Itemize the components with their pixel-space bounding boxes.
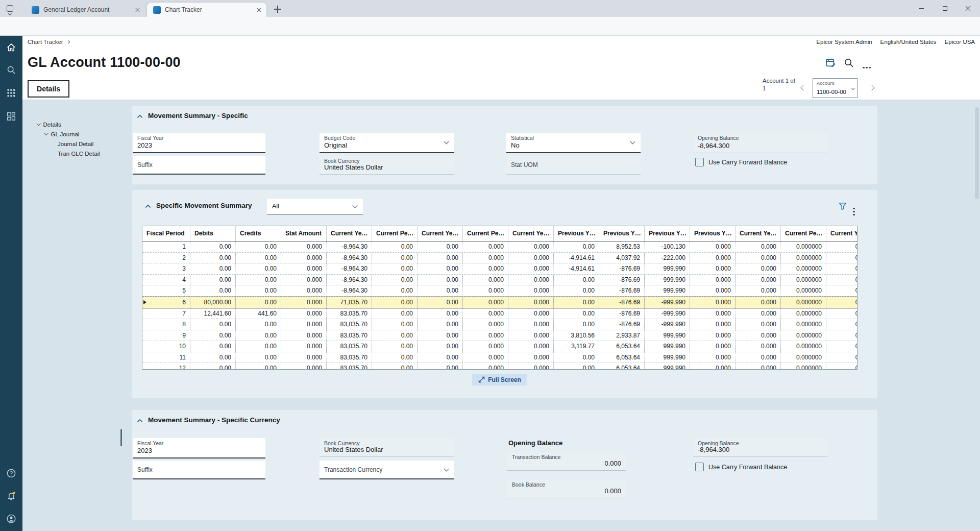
grid-column-header[interactable]: Previous Y…	[599, 226, 645, 241]
panel-resize-handle[interactable]	[120, 429, 122, 446]
rail-search-icon[interactable]	[6, 65, 16, 75]
rail-dashboard-icon[interactable]	[6, 111, 16, 122]
tab-title: Chart Tracker	[165, 6, 253, 13]
help-icon[interactable]: ?	[6, 468, 16, 478]
grid-column-header[interactable]: Stat Amount	[281, 226, 327, 241]
grid-column-header[interactable]: Fiscal Period	[142, 226, 190, 241]
tree-item-journal-detail[interactable]: Journal Detail	[31, 139, 122, 149]
rail-apps-grid-icon[interactable]	[6, 88, 16, 98]
grid-column-header[interactable]: Current Ye…	[736, 226, 781, 241]
window-close-button[interactable]	[957, 0, 980, 17]
budget-code-dropdown[interactable]: Budget Code Original	[320, 133, 454, 153]
suffix-field[interactable]: Suffix	[133, 156, 265, 175]
full-screen-button[interactable]: Full Screen	[472, 374, 527, 385]
account-selector[interactable]: Account 1100-00-00	[813, 78, 857, 98]
fiscal-year-field[interactable]: Fiscal Year 2023	[133, 438, 265, 458]
grid-cell: 0.000	[508, 297, 554, 308]
next-record-icon[interactable]	[869, 85, 874, 90]
use-carry-forward-checkbox-row[interactable]: Use Carry Forward Balance	[695, 463, 787, 471]
grid-cell: 7	[142, 308, 190, 319]
chevron-down-icon	[444, 466, 449, 471]
layout-editor-icon[interactable]	[825, 57, 836, 68]
chevron-down-icon	[444, 139, 449, 144]
use-carry-forward-checkbox-row[interactable]: Use Carry Forward Balance	[695, 158, 787, 166]
close-tab-icon[interactable]	[135, 7, 140, 13]
grid-row-6[interactable]: 680,000.000.000.00071,035.700.000.000.00…	[142, 297, 857, 308]
grid-filter-dropdown[interactable]: All	[267, 199, 363, 214]
tree-item-label: Journal Detail	[58, 141, 93, 147]
page-scrollbar-thumb[interactable]	[975, 107, 979, 199]
grid-cell: 0.00	[190, 242, 236, 252]
search-icon[interactable]	[843, 57, 854, 68]
account-person-icon[interactable]	[6, 514, 16, 524]
notifications-bell-icon[interactable]	[6, 491, 16, 501]
field-label: Fiscal Year	[137, 135, 163, 141]
grid-column-header[interactable]: Current Pe…	[463, 226, 508, 241]
statistical-dropdown[interactable]: Statistical No	[506, 133, 641, 153]
grid-row-8[interactable]: 80.000.000.00083,035.700.000.000.0000.00…	[142, 319, 857, 330]
grid-column-header[interactable]: Current Ye…	[327, 226, 372, 241]
grid-cell: 0.000	[508, 253, 554, 263]
grid-row-3[interactable]: 30.000.000.000-8,964.300.000.000.0000.00…	[142, 263, 857, 275]
tree-item-gl-journal[interactable]: GL Journal	[31, 129, 122, 139]
grid-column-header[interactable]: Credits	[236, 226, 281, 241]
grid-row-10[interactable]: 100.000.000.00083,035.700.000.000.0000.0…	[142, 341, 857, 352]
grid-column-header[interactable]: Debits	[190, 226, 236, 241]
grid-column-header[interactable]: Current Pe…	[781, 226, 826, 241]
page-tab-details[interactable]: Details	[28, 80, 69, 98]
collapse-section-icon[interactable]	[145, 204, 151, 210]
company-selector[interactable]: Epicor USA	[945, 39, 975, 45]
breadcrumb[interactable]: Chart Tracker	[28, 39, 69, 45]
tab-actions-button[interactable]	[6, 4, 15, 13]
new-tab-button[interactable]	[273, 4, 283, 14]
grid-column-header[interactable]: Current Y…	[826, 226, 857, 241]
grid-row-4[interactable]: 40.000.000.000-8,964.300.000.000.0000.00…	[142, 275, 857, 286]
grid-cell: 0.00	[418, 352, 463, 363]
grid-cell: -876.69	[599, 308, 645, 319]
grid-row-2[interactable]: 20.000.000.000-8,964.300.000.000.0000.00…	[142, 253, 857, 264]
grid-row-7[interactable]: 712,441.60441.600.00083,035.700.000.000.…	[142, 308, 857, 320]
grid-row-1[interactable]: 10.000.000.000-8,964.300.000.000.0000.00…	[142, 242, 857, 253]
collapse-section-icon[interactable]	[137, 114, 142, 120]
grid-cell: 0.000	[736, 275, 781, 285]
grid-column-header[interactable]: Previous Y…	[645, 226, 690, 241]
current-user[interactable]: Epicor System Admin	[816, 39, 872, 45]
previous-record-icon[interactable]	[800, 85, 806, 90]
grid-row-5[interactable]: 50.000.000.000-8,964.300.000.000.0000.00…	[142, 285, 857, 297]
browser-tab-chart-tracker[interactable]: Chart Tracker	[147, 3, 266, 17]
suffix-field[interactable]: Suffix	[133, 461, 265, 479]
grid-row-9[interactable]: 90.000.000.00083,035.700.000.000.0000.00…	[142, 330, 857, 342]
window-minimize-button[interactable]	[910, 0, 933, 17]
collapse-section-icon[interactable]	[137, 419, 142, 424]
section-title: Movement Summary - Specific Currency	[148, 416, 280, 424]
window-restore-button[interactable]	[933, 0, 957, 17]
tree-item-tran-glc-detail[interactable]: Tran GLC Detail	[31, 149, 122, 158]
fiscal-year-field[interactable]: Fiscal Year 2023	[133, 133, 265, 153]
tab-actions-icon	[7, 5, 13, 12]
grid-column-header[interactable]: Previous Y…	[690, 226, 736, 241]
checkbox-unchecked-icon[interactable]	[695, 463, 704, 471]
grid-cell: 0.00	[236, 242, 281, 252]
chevron-down-icon	[8, 12, 11, 15]
movement-grid[interactable]: Fiscal PeriodDebitsCreditsStat AmountCur…	[142, 226, 857, 370]
checkbox-label: Use Carry Forward Balance	[708, 159, 787, 166]
grid-column-header[interactable]: Current Ye…	[418, 226, 463, 241]
filter-funnel-icon[interactable]	[839, 202, 847, 210]
grid-row-11[interactable]: 110.000.000.00083,035.700.000.000.0000.0…	[142, 352, 857, 364]
tree-item-details[interactable]: Details	[31, 119, 122, 129]
rail-home-icon[interactable]	[6, 42, 16, 53]
grid-column-header[interactable]: Previous Y…	[554, 226, 599, 241]
page-title: GL Account 1100-00-00	[28, 55, 181, 70]
page-overflow-button[interactable]	[863, 61, 874, 73]
grid-column-header[interactable]: Current Pe…	[372, 226, 418, 241]
grid-row-12[interactable]: 120.000.000.00083,035.700.000.000.0000.0…	[142, 363, 857, 370]
checkbox-unchecked-icon[interactable]	[695, 158, 704, 166]
browser-tab-general-ledger[interactable]: General Ledger Account	[26, 3, 145, 17]
language-selector[interactable]: English/United States	[880, 39, 937, 45]
breadcrumb-root[interactable]: Chart Tracker	[28, 39, 63, 45]
grid-cell: 0.00	[236, 330, 281, 341]
transaction-currency-dropdown[interactable]: Transaction Currency	[320, 461, 454, 479]
grid-column-header[interactable]: Current Ye…	[508, 226, 554, 241]
close-tab-icon[interactable]	[256, 7, 262, 13]
grid-overflow-button[interactable]	[853, 202, 861, 210]
